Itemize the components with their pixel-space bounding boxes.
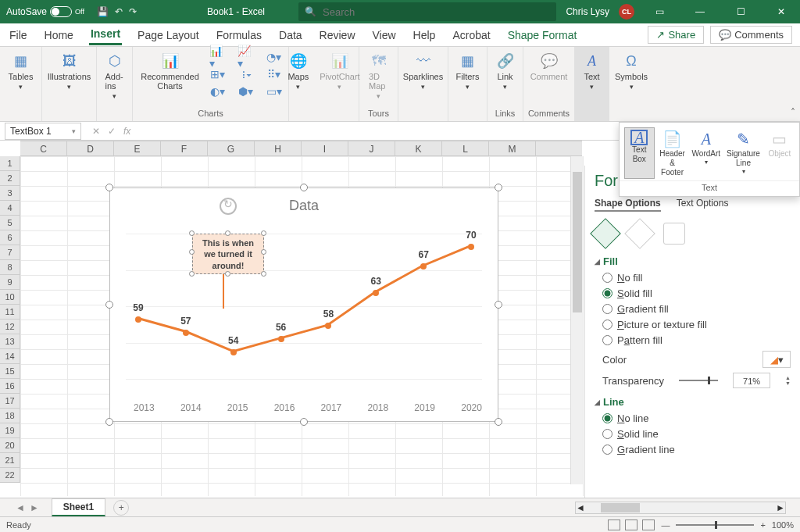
gradient-fill-radio[interactable]: Gradient fill (602, 303, 791, 315)
chart-plot-area[interactable]: 5957545658636770 (126, 221, 482, 390)
line-chart-icon[interactable]: 📈▾ (238, 50, 255, 64)
tab-insert[interactable]: Insert (89, 24, 122, 45)
transparency-slider[interactable] (679, 380, 718, 381)
tab-review[interactable]: Review (318, 26, 357, 45)
redo-icon[interactable]: ↷ (129, 6, 137, 17)
column-headers[interactable]: CDEFGHIJKLM (20, 141, 582, 156)
stat-chart-icon[interactable]: ⫶▾ (238, 67, 255, 81)
gradient-line-radio[interactable]: Gradient line (602, 444, 791, 455)
share-button[interactable]: ↗Share (648, 26, 704, 44)
ribbon-display-icon[interactable]: ▭ (644, 0, 675, 23)
page-layout-view-icon[interactable] (625, 520, 638, 530)
pattern-fill-radio[interactable]: Pattern fill (602, 334, 791, 346)
scatter-chart-icon[interactable]: ⠿▾ (266, 67, 283, 81)
worksheet-grid[interactable]: CDEFGHIJKLM 1234567891011121314151617181… (0, 141, 582, 496)
normal-view-icon[interactable] (608, 520, 620, 530)
fill-color-button[interactable]: ◢▾ (762, 351, 791, 368)
stepper-down-icon[interactable]: ▼ (785, 380, 791, 386)
tab-help[interactable]: Help (412, 26, 438, 45)
wordart-button[interactable]: AWordArt▾ (691, 127, 723, 179)
combo-chart-icon[interactable]: ◐▾ (209, 84, 227, 98)
callout-textbox[interactable]: This is when we turned it around! (192, 234, 264, 274)
fill-section-header[interactable]: Fill (595, 255, 791, 267)
object-button[interactable]: ▭Object (765, 127, 795, 179)
row-headers[interactable]: 12345678910111213141516171819202122 (0, 156, 20, 483)
maximize-icon[interactable]: ☐ (725, 0, 756, 23)
effects-icon[interactable] (624, 218, 655, 249)
signature-line-button[interactable]: ✎Signature Line▾ (725, 127, 762, 179)
page-break-view-icon[interactable] (642, 520, 655, 530)
solid-line-radio[interactable]: Solid line (602, 428, 791, 440)
prev-sheet-icon[interactable]: ◄ (16, 502, 25, 513)
surface-chart-icon[interactable]: ⬢▾ (238, 84, 255, 98)
chart-refresh-icon[interactable] (220, 198, 237, 215)
enter-formula-icon[interactable]: ✓ (108, 126, 116, 137)
close-icon[interactable]: ✕ (766, 0, 797, 23)
vertical-scrollbar[interactable] (570, 156, 583, 484)
zoom-level[interactable]: 100% (772, 520, 794, 530)
tab-view[interactable]: View (371, 26, 398, 45)
comment-button[interactable]: 💬Comment (527, 50, 571, 83)
text-options-tab[interactable]: Text Options (677, 198, 729, 212)
addins-button[interactable]: ⬡Add-ins▾ (102, 50, 127, 102)
autosave-toggle[interactable]: AutoSave Off (6, 6, 84, 17)
filters-button[interactable]: ▦Filters▾ (453, 50, 483, 92)
picture-fill-radio[interactable]: Picture or texture fill (602, 319, 791, 330)
comments-button[interactable]: 💬Comments (710, 26, 792, 44)
tables-button[interactable]: ▦Tables▾ (5, 50, 37, 92)
no-fill-radio[interactable]: No fill (602, 272, 791, 284)
map-chart-icon[interactable]: ▭▾ (266, 84, 283, 98)
hier-chart-icon[interactable]: ⊞▾ (209, 67, 227, 81)
chart-title[interactable]: Data (110, 198, 498, 214)
name-box[interactable]: TextBox 1▾ (5, 123, 81, 140)
no-line-radio[interactable]: No line (602, 412, 791, 424)
tab-page-layout[interactable]: Page Layout (136, 26, 201, 45)
pivotchart-button[interactable]: 📊PivotChart▾ (316, 50, 362, 92)
save-icon[interactable]: 💾 (97, 6, 109, 17)
3dmap-button[interactable]: 🗺3D Map▾ (366, 50, 391, 102)
symbols-button[interactable]: ΩSymbols▾ (612, 50, 651, 92)
pie-chart-icon[interactable]: ◔▾ (266, 50, 283, 64)
sparklines-button[interactable]: 〰Sparklines▾ (400, 50, 446, 92)
zoom-in-icon[interactable]: + (760, 520, 765, 530)
link-button[interactable]: 🔗Link▾ (493, 50, 518, 92)
tab-file[interactable]: File (8, 26, 29, 45)
charts-group-label: Charts (198, 109, 223, 120)
search-input[interactable] (323, 6, 550, 18)
search-box[interactable]: 🔍 (298, 2, 556, 21)
embedded-chart[interactable]: Data 5957545658636770 This is when we tu… (109, 187, 498, 422)
size-properties-icon[interactable] (663, 223, 685, 245)
tab-formulas[interactable]: Formulas (215, 26, 263, 45)
shape-options-tab[interactable]: Shape Options (595, 198, 661, 212)
zoom-slider[interactable] (676, 524, 754, 526)
next-sheet-icon[interactable]: ► (30, 502, 39, 513)
add-sheet-button[interactable]: + (113, 500, 129, 516)
fx-icon[interactable]: fx (123, 126, 130, 137)
transparency-value[interactable]: 71% (733, 373, 770, 388)
autosave-state: Off (75, 8, 84, 16)
recommended-charts-button[interactable]: 📊Recommended Charts (136, 50, 205, 92)
user-avatar[interactable]: CL (619, 4, 634, 20)
header-footer-button[interactable]: 📄Header & Footer (658, 127, 688, 179)
illustrations-button[interactable]: 🖼Illustrations▾ (45, 50, 95, 92)
tab-shape-format[interactable]: Shape Format (506, 26, 579, 45)
solid-fill-radio[interactable]: Solid fill (602, 287, 791, 299)
stepper-up-icon[interactable]: ▲ (785, 375, 791, 380)
undo-icon[interactable]: ↶ (115, 6, 123, 17)
zoom-out-icon[interactable]: — (661, 520, 670, 530)
sheet-tab-bar: ◄► Sheet1 + ◄► (0, 498, 800, 516)
line-section-header[interactable]: Line (595, 396, 791, 408)
cancel-formula-icon[interactable]: ✕ (92, 126, 100, 137)
tab-acrobat[interactable]: Acrobat (451, 26, 491, 45)
fill-line-icon[interactable] (590, 218, 621, 249)
horizontal-scrollbar[interactable]: ◄► (575, 502, 786, 514)
text-button[interactable]: AText▾ (580, 50, 605, 92)
textbox-button[interactable]: AText Box (624, 127, 655, 179)
tab-data[interactable]: Data (277, 26, 304, 45)
tab-home[interactable]: Home (43, 26, 75, 45)
sheet-tab-sheet1[interactable]: Sheet1 (52, 498, 105, 516)
collapse-ribbon-icon[interactable]: ˄ (791, 107, 795, 118)
minimize-icon[interactable]: — (684, 0, 716, 23)
bar-chart-icon[interactable]: 📊▾ (209, 50, 227, 64)
maps-button[interactable]: 🌐Maps▾ (284, 50, 312, 92)
